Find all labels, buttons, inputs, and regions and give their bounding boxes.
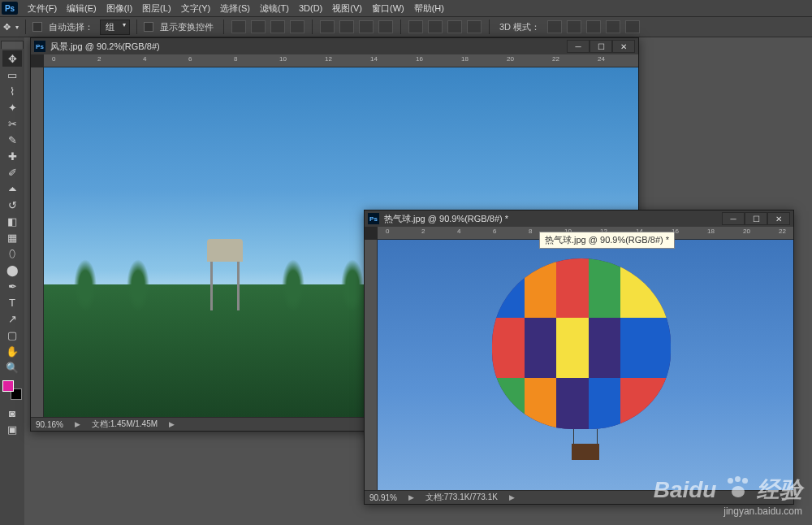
3d-icon[interactable] [606,20,620,33]
menu-help[interactable]: 帮助(H) [409,1,449,16]
ps-icon: Ps [34,41,45,52]
transform-label: 显示变换控件 [160,21,214,33]
document-window-balloon: Ps 热气球.jpg @ 90.9%(RGB/8#) * ─ ☐ ✕ 02468… [364,210,794,505]
doc-size: 文档:1.45M/1.45M [92,419,158,430]
menu-filter[interactable]: 滤镜(T) [255,1,294,16]
minimize-button[interactable]: ─ [722,212,745,225]
distribute-icon[interactable] [428,20,443,33]
app-logo: Ps [2,2,18,15]
divider [136,20,137,34]
auto-select-dropdown[interactable]: 组 [100,20,130,35]
align-icon[interactable] [359,20,374,33]
eyedropper-tool[interactable]: ✎ [2,132,22,148]
zoom-level[interactable]: 90.91% [369,493,397,502]
type-tool[interactable]: T [2,294,22,310]
vertical-ruler[interactable] [365,240,378,490]
align-icon[interactable] [378,20,393,33]
marquee-tool[interactable]: ▭ [2,67,22,83]
path-tool[interactable]: ↗ [2,310,22,327]
brush-tool[interactable]: ✐ [2,164,22,180]
tools-tab[interactable] [1,41,24,49]
align-icon[interactable] [339,20,354,33]
align-icon[interactable] [231,20,246,33]
pen-tool[interactable]: ✒ [2,278,22,294]
stamp-tool[interactable]: ⏶ [2,180,22,197]
menu-file[interactable]: 文件(F) [23,1,62,16]
window-titlebar[interactable]: Ps 风景.jpg @ 90.2%(RGB/8#) ─ ☐ ✕ [31,38,638,54]
align-icon[interactable] [270,20,285,33]
watermark-suffix: 经验 [757,477,802,502]
divider [223,20,224,34]
document-image [378,240,793,490]
status-arrow-icon[interactable]: ▶ [75,420,80,428]
color-swatches[interactable] [2,380,22,400]
zoom-tool[interactable]: 🔍 [2,359,22,375]
divider [489,20,490,34]
auto-select-checkbox[interactable] [32,22,42,32]
lasso-tool[interactable]: ⌇ [2,83,22,99]
dodge-tool[interactable]: ⬤ [2,262,22,278]
watermark-brand: Baidu [654,477,717,502]
3d-icon[interactable] [586,20,601,33]
shape-tool[interactable]: ▢ [2,327,22,343]
status-arrow-icon[interactable]: ▶ [169,420,175,428]
3d-icon[interactable] [567,20,581,33]
move-tool-icon: ✥ [3,22,11,33]
eraser-tool[interactable]: ◧ [2,213,22,229]
screenmode-tool[interactable]: ▣ [2,421,22,437]
transform-checkbox[interactable] [144,22,153,32]
divider [400,20,401,34]
distribute-icon[interactable] [467,20,482,33]
menu-window[interactable]: 窗口(W) [367,1,409,16]
menu-bar: Ps 文件(F) 编辑(E) 图像(I) 图层(L) 文字(Y) 选择(S) 滤… [0,0,812,16]
paw-icon [726,476,750,497]
window-title: 热气球.jpg @ 90.9%(RGB/8#) * [384,213,722,225]
canvas[interactable] [378,240,793,490]
hand-tool[interactable]: ✋ [2,343,22,359]
menu-type[interactable]: 文字(Y) [176,1,216,16]
window-title: 风景.jpg @ 90.2%(RGB/8#) [50,41,567,53]
status-arrow-icon[interactable]: ▶ [509,493,515,501]
ps-icon: Ps [368,213,379,224]
tools-panel: ✥ ▭ ⌇ ✦ ✂ ✎ ✚ ✐ ⏶ ↺ ◧ ▦ ⬯ ⬤ ✒ T ↗ ▢ ✋ 🔍 … [0,37,24,525]
distribute-icon[interactable] [447,20,462,33]
move-tool[interactable]: ✥ [2,50,22,67]
3d-icon[interactable] [547,20,562,33]
foreground-color[interactable] [2,380,14,392]
crop-tool[interactable]: ✂ [2,115,22,132]
options-bar: ✥ ▾ 自动选择： 组 显示变换控件 3D 模式： [0,16,812,37]
close-button[interactable]: ✕ [612,40,635,53]
tool-preset-dropdown[interactable]: ▾ [15,24,19,31]
history-brush-tool[interactable]: ↺ [2,197,22,213]
title-tooltip: 热气球.jpg @ 90.9%(RGB/8#) * [539,232,675,249]
minimize-button[interactable]: ─ [567,40,590,53]
menu-3d[interactable]: 3D(D) [294,2,327,15]
menu-select[interactable]: 选择(S) [215,1,255,16]
align-icon[interactable] [290,20,304,33]
blur-tool[interactable]: ⬯ [2,245,22,262]
horizontal-ruler[interactable]: 024681012141618202224 [44,54,638,67]
align-icon[interactable] [320,20,335,33]
watermark: Baidu 经验 jingyan.baidu.com [654,475,802,517]
menu-layer[interactable]: 图层(L) [137,1,175,16]
wand-tool[interactable]: ✦ [2,99,22,115]
watermark-url: jingyan.baidu.com [654,505,802,517]
menu-image[interactable]: 图像(I) [102,1,137,16]
menu-edit[interactable]: 编辑(E) [62,1,102,16]
maximize-button[interactable]: ☐ [745,212,767,225]
distribute-icon[interactable] [408,20,423,33]
close-button[interactable]: ✕ [767,212,790,225]
mode-3d-label: 3D 模式： [499,21,540,33]
maximize-button[interactable]: ☐ [590,40,612,53]
heal-tool[interactable]: ✚ [2,148,22,164]
gradient-tool[interactable]: ▦ [2,229,22,245]
window-titlebar[interactable]: Ps 热气球.jpg @ 90.9%(RGB/8#) * ─ ☐ ✕ [365,210,793,227]
zoom-level[interactable]: 90.16% [36,420,63,429]
align-icon[interactable] [251,20,266,33]
3d-icon[interactable] [625,20,640,33]
auto-select-label: 自动选择： [49,21,93,33]
menu-view[interactable]: 视图(V) [327,1,367,16]
status-arrow-icon[interactable]: ▶ [408,493,414,501]
quickmask-tool[interactable]: ◙ [2,405,22,421]
vertical-ruler[interactable] [31,67,44,417]
